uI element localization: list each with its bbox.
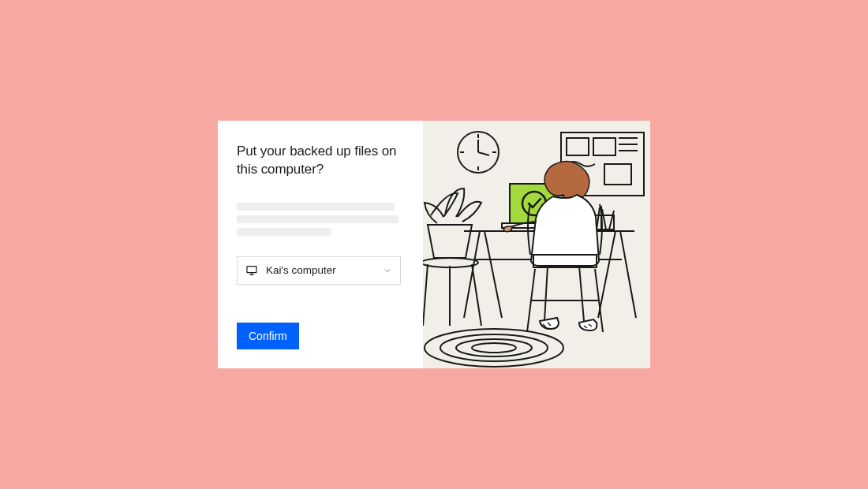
svg-rect-4 — [567, 138, 589, 155]
svg-rect-0 — [247, 267, 256, 273]
placeholder-line — [237, 203, 395, 211]
svg-point-27 — [472, 343, 516, 353]
confirm-button[interactable]: Confirm — [237, 323, 299, 349]
dialog-left-panel: Put your backed up files on this compute… — [218, 121, 423, 368]
dialog-illustration — [423, 121, 650, 368]
backup-dialog: Put your backed up files on this compute… — [218, 121, 650, 368]
monitor-icon — [245, 264, 258, 277]
svg-point-26 — [456, 339, 532, 356]
svg-rect-6 — [604, 164, 631, 185]
chevron-down-icon — [383, 266, 392, 275]
placeholder-line — [237, 215, 398, 223]
computer-select-value: Kai's computer — [266, 264, 375, 276]
computer-select[interactable]: Kai's computer — [237, 256, 401, 285]
dialog-title: Put your backed up files on this compute… — [237, 143, 404, 179]
desk-illustration — [423, 121, 650, 368]
placeholder-line — [237, 228, 331, 236]
svg-rect-5 — [593, 138, 615, 155]
svg-line-13 — [478, 152, 489, 155]
